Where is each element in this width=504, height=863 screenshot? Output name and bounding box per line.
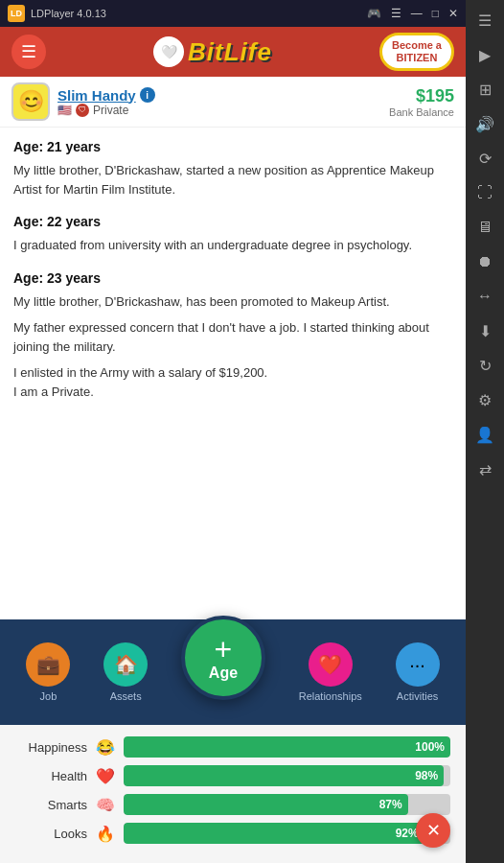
- age-entry-21: Age: 21 years My little brother, D'Brick…: [13, 137, 452, 198]
- info-badge[interactable]: i: [140, 87, 155, 103]
- hamburger-icon: ☰: [21, 41, 36, 62]
- game-area: LD LDPlayer 4.0.13 🎮 ☰ — □ ✕ ☰ 🤍 BitLife…: [0, 0, 466, 863]
- balance-amount: $195: [389, 86, 454, 106]
- sidebar-icon-sync[interactable]: ⇄: [470, 455, 499, 483]
- age-text-23b: My father expressed concern that I don't…: [13, 318, 452, 356]
- profile-rank: 🇺🇸 🛡 Private: [57, 104, 155, 117]
- happiness-value: 100%: [415, 740, 445, 754]
- nav-label-activities: Activities: [397, 690, 438, 702]
- close-icon[interactable]: ✕: [448, 7, 458, 20]
- stats-area: Happiness 😂 100% Health ❤️ 98% Smarts 🧠: [0, 725, 466, 863]
- stat-row-health: Health ❤️ 98%: [15, 765, 450, 786]
- smarts-bar-bg: 87%: [124, 794, 450, 815]
- stat-row-looks: Looks 🔥 92%: [15, 823, 450, 844]
- ld-logo-icon: LD: [8, 5, 25, 22]
- stat-row-smarts: Smarts 🧠 87%: [15, 794, 450, 815]
- story-area[interactable]: Age: 21 years My little brother, D'Brick…: [0, 128, 466, 619]
- profile-left: 😊 Slim Handy i 🇺🇸 🛡 Private: [11, 82, 155, 121]
- smarts-bar-fill: 87%: [124, 794, 408, 815]
- happiness-bar-bg: 100%: [124, 736, 450, 758]
- menu-icon[interactable]: ☰: [391, 7, 401, 20]
- right-sidebar: ☰ ▶ ⊞ 🔊 ⟳ ⛶ 🖥 ⏺ ↔ ⬇ ↻ ⚙ 👤 ⇄: [466, 0, 504, 863]
- logo-text: BitLife: [188, 37, 272, 67]
- app-title-left: LD LDPlayer 4.0.13: [8, 5, 106, 22]
- looks-bar-fill: 92%: [124, 823, 424, 844]
- close-fab-button[interactable]: ✕: [416, 813, 450, 848]
- sidebar-icon-record[interactable]: ⏺: [470, 247, 499, 276]
- health-value: 98%: [415, 769, 438, 782]
- sidebar-icon-settings[interactable]: ⚙: [470, 385, 499, 414]
- app-title-text: LDPlayer 4.0.13: [31, 8, 106, 19]
- stat-label-happiness: Happiness: [15, 740, 87, 755]
- nav-item-job[interactable]: 💼 Job: [26, 642, 70, 702]
- sidebar-icon-screen[interactable]: 🖥: [470, 213, 499, 242]
- age-entry-22: Age: 22 years I graduated from universit…: [13, 212, 452, 255]
- age-plus-icon: +: [215, 634, 233, 665]
- age-text-23d: I am a Private.: [13, 383, 452, 402]
- age-button[interactable]: + Age: [181, 616, 265, 700]
- sidebar-icon-play[interactable]: ▶: [470, 40, 499, 69]
- avatar-emoji: 😊: [18, 89, 44, 114]
- bottom-nav: 💼 Job 🏠 Assets + Age ❤️ Relationships ··…: [0, 619, 466, 725]
- stat-label-looks: Looks: [15, 827, 87, 841]
- app-title-controls[interactable]: 🎮 ☰ — □ ✕: [367, 7, 458, 20]
- profile-bar: 😊 Slim Handy i 🇺🇸 🛡 Private $195 Bank Ba…: [0, 77, 466, 128]
- sidebar-icon-rotate[interactable]: ⟳: [470, 144, 499, 173]
- sidebar-icon-grid[interactable]: ⊞: [470, 75, 499, 104]
- age-text-23a: My little brother, D'Brickashaw, has bee…: [13, 292, 452, 312]
- close-fab-icon: ✕: [426, 820, 441, 841]
- sidebar-icon-resize[interactable]: ↔: [470, 282, 499, 311]
- age-entry-23: Age: 23 years My little brother, D'Brick…: [13, 268, 452, 402]
- balance-label: Bank Balance: [389, 106, 454, 118]
- sidebar-icon-fullscreen[interactable]: ⛶: [470, 178, 499, 207]
- age-title-23: Age: 23 years: [13, 268, 452, 289]
- sidebar-icon-sound[interactable]: 🔊: [470, 109, 499, 138]
- sidebar-icon-refresh[interactable]: ↻: [470, 351, 499, 380]
- minimize-icon[interactable]: —: [411, 7, 423, 20]
- happiness-emoji: 😂: [95, 738, 116, 757]
- bitizen-button[interactable]: Become a BITIZEN: [379, 33, 454, 71]
- sidebar-icon-user[interactable]: 👤: [470, 420, 499, 449]
- nav-item-activities[interactable]: ··· Activities: [396, 642, 440, 702]
- nav-item-relationships[interactable]: ❤️ Relationships: [299, 642, 362, 702]
- maximize-icon[interactable]: □: [432, 7, 439, 20]
- smarts-emoji: 🧠: [95, 796, 116, 814]
- relationships-icon: ❤️: [309, 642, 353, 687]
- sidebar-icon-menu[interactable]: ☰: [470, 6, 499, 35]
- age-text-23c: I enlisted in the Army with a salary of …: [13, 363, 452, 383]
- age-title-22: Age: 22 years: [13, 212, 452, 232]
- nav-label-job: Job: [40, 690, 57, 702]
- smarts-value: 87%: [379, 798, 402, 811]
- happiness-bar-fill: 100%: [124, 736, 450, 758]
- age-text-21: My little brother, D'Brickashaw, started…: [13, 161, 452, 198]
- rank-text: Private: [93, 104, 128, 117]
- nav-label-assets: Assets: [110, 690, 142, 702]
- logo-heart-icon: 🤍: [153, 36, 184, 67]
- nav-item-assets[interactable]: 🏠 Assets: [103, 642, 148, 702]
- app-title-bar: LD LDPlayer 4.0.13 🎮 ☰ — □ ✕: [0, 0, 466, 27]
- activities-icon: ···: [396, 642, 440, 687]
- health-emoji: ❤️: [95, 767, 116, 785]
- sidebar-icon-download[interactable]: ⬇: [470, 316, 499, 345]
- rank-badge: 🛡: [76, 104, 89, 117]
- profile-name[interactable]: Slim Handy i: [57, 87, 155, 104]
- stat-label-smarts: Smarts: [15, 798, 87, 812]
- age-title-21: Age: 21 years: [13, 137, 452, 157]
- profile-info: Slim Handy i 🇺🇸 🛡 Private: [57, 87, 155, 117]
- stat-row-happiness: Happiness 😂 100%: [15, 736, 450, 758]
- age-label: Age: [209, 665, 238, 682]
- app-header: ☰ 🤍 BitLife Become a BITIZEN: [0, 27, 466, 77]
- job-icon: 💼: [26, 642, 70, 687]
- nav-label-relationships: Relationships: [299, 690, 362, 702]
- health-bar-fill: 98%: [124, 765, 444, 786]
- menu-button[interactable]: ☰: [11, 35, 46, 69]
- assets-icon: 🏠: [103, 642, 148, 687]
- avatar: 😊: [11, 82, 50, 121]
- age-text-22: I graduated from university with an unde…: [13, 236, 452, 255]
- looks-bar-bg: 92%: [124, 823, 450, 844]
- flag-emoji-icon: 🇺🇸: [57, 104, 72, 117]
- looks-emoji: 🔥: [95, 825, 116, 843]
- app-logo: 🤍 BitLife: [153, 36, 272, 67]
- health-bar-bg: 98%: [124, 765, 450, 786]
- gamepad-icon[interactable]: 🎮: [367, 7, 381, 20]
